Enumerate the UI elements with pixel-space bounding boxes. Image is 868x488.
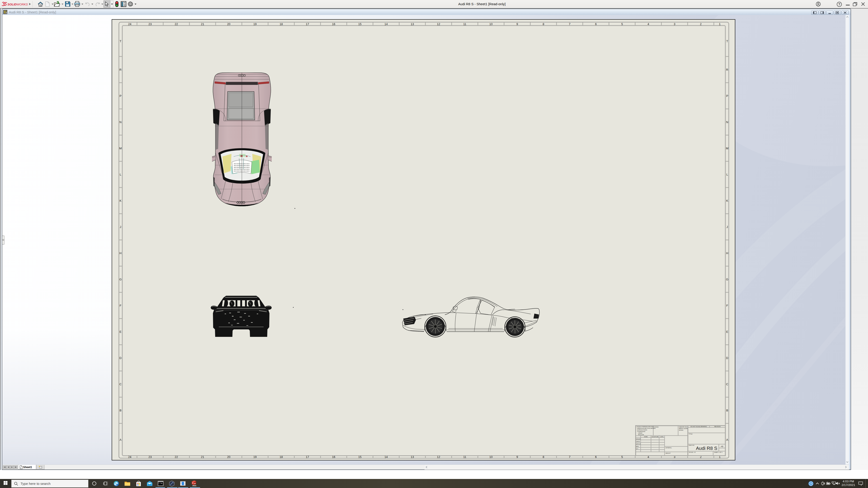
svg-text:MFG: MFG (636, 446, 639, 447)
svg-text:22: 22 (175, 22, 178, 26)
svg-text:WEIGHT:: WEIGHT: (665, 453, 671, 454)
svg-text:20: 20 (227, 455, 230, 459)
svg-text:5: 5 (621, 455, 623, 459)
svg-text:21: 21 (201, 455, 204, 459)
svg-text:16: 16 (332, 455, 335, 459)
svg-text:D: D (726, 356, 728, 360)
svg-text:P: P (726, 94, 728, 98)
svg-text:DO NOT SCALE DRAWING: DO NOT SCALE DRAWING (690, 426, 707, 427)
svg-text:6: 6 (595, 455, 596, 459)
svg-text:A: A (726, 438, 728, 442)
svg-text:7: 7 (569, 22, 570, 26)
svg-text:12: 12 (437, 22, 440, 26)
svg-text:A: A (120, 438, 122, 442)
svg-text:18: 18 (280, 22, 283, 26)
svg-text:TITLE:: TITLE: (689, 433, 693, 435)
svg-text:C: C (119, 383, 121, 386)
svg-text:APPV'D: APPV'D (636, 443, 640, 445)
svg-text:11: 11 (463, 22, 466, 26)
svg-text:14: 14 (384, 455, 388, 459)
svg-text:24: 24 (128, 455, 131, 459)
svg-text:C: C (726, 383, 728, 386)
svg-text:H: H (726, 252, 728, 255)
svg-text:16: 16 (332, 22, 335, 26)
svg-text:D: D (119, 356, 121, 360)
svg-text:T: T (726, 39, 728, 43)
svg-text:P: P (120, 94, 122, 98)
svg-text:13: 13 (411, 455, 414, 459)
svg-text:J: J (120, 225, 121, 229)
svg-text:23: 23 (149, 22, 152, 26)
svg-text:21: 21 (201, 22, 204, 26)
svg-text:11: 11 (463, 455, 466, 459)
svg-text:2021: 2021 (192, 485, 196, 486)
svg-text:19: 19 (253, 455, 256, 459)
svg-text:R: R (726, 68, 728, 71)
svg-text:ANGULAR:: ANGULAR: (638, 434, 644, 435)
svg-text:22: 22 (175, 455, 178, 459)
svg-text:13: 13 (411, 22, 414, 26)
svg-text:E: E (726, 330, 728, 333)
svg-text:TOLERANCES:: TOLERANCES: (637, 431, 646, 432)
svg-text:6: 6 (595, 22, 596, 26)
svg-text:L: L (120, 173, 121, 176)
svg-text:1: 1 (719, 22, 720, 26)
svg-text:DATE: DATE (660, 436, 663, 437)
svg-text:5: 5 (621, 22, 623, 26)
svg-text:14: 14 (384, 22, 388, 26)
svg-text:UNLESS OTHERWISE SPECIFIED:: UNLESS OTHERWISE SPECIFIED: (637, 426, 654, 427)
svg-text:15: 15 (358, 22, 362, 26)
svg-text:20: 20 (227, 22, 230, 26)
svg-text:SCALE: 1:5: SCALE: 1:5 (689, 452, 695, 453)
svg-text:N: N (726, 121, 728, 124)
svg-text:F: F (726, 304, 728, 307)
svg-text:24: 24 (128, 22, 131, 26)
svg-text:DEBURR AND: DEBURR AND (679, 426, 687, 428)
svg-text:23: 23 (149, 455, 152, 459)
svg-text:SOLIDWORKS: SOLIDWORKS (7, 3, 28, 6)
svg-text:9: 9 (516, 455, 518, 459)
svg-text:K: K (726, 199, 728, 202)
svg-text:17: 17 (306, 455, 309, 459)
svg-text:12: 12 (437, 455, 440, 459)
svg-text:G: G (119, 278, 122, 281)
svg-text:M: M (119, 147, 122, 150)
svg-text:9: 9 (516, 22, 518, 26)
svg-text:DWG NO.: DWG NO. (689, 445, 694, 446)
svg-text:8: 8 (542, 22, 544, 26)
svg-text:G: G (726, 278, 728, 281)
svg-text:SURFACE FINISH:: SURFACE FINISH: (637, 429, 647, 431)
svg-text:LINEAR:: LINEAR: (638, 432, 643, 434)
svg-text:10: 10 (489, 455, 493, 459)
svg-text:7: 7 (569, 455, 570, 459)
svg-text:MATERIAL:: MATERIAL: (665, 447, 672, 449)
svg-text:18: 18 (280, 455, 283, 459)
svg-text:DIMENSIONS ARE IN MILLIMETERS: DIMENSIONS ARE IN MILLIMETERS (637, 428, 656, 429)
svg-text:19: 19 (253, 22, 256, 26)
svg-text:L: L (726, 173, 728, 176)
svg-text:Q.A: Q.A (636, 448, 638, 449)
svg-text:17: 17 (306, 22, 309, 26)
svg-text:F: F (120, 304, 121, 307)
svg-text:8: 8 (542, 455, 544, 459)
svg-text:REVISION: REVISION (714, 426, 721, 427)
svg-text:CHK'D: CHK'D (636, 441, 640, 442)
svg-text:3: 3 (674, 22, 675, 26)
svg-text:SHEET 1 OF 1: SHEET 1 OF 1 (714, 452, 722, 453)
svg-text:SIGNATURE: SIGNATURE (652, 436, 658, 437)
svg-text:J: J (726, 225, 728, 229)
svg-text:2: 2 (700, 22, 702, 26)
svg-text:R: R (119, 68, 121, 71)
svg-text:S: S (192, 482, 193, 484)
svg-text:NAME: NAME (644, 436, 648, 437)
svg-text:K: K (120, 199, 122, 202)
svg-text:M: M (726, 147, 728, 150)
svg-text:?: ? (810, 482, 812, 486)
svg-text:B: B (120, 409, 122, 412)
svg-text:BREAK SHARP: BREAK SHARP (679, 428, 688, 429)
svg-text:DRAWN: DRAWN (636, 438, 641, 440)
svg-text:FINISH:: FINISH: (654, 426, 659, 428)
svg-text:E: E (120, 330, 122, 333)
svg-text:4: 4 (647, 22, 649, 26)
svg-text:EDGES: EDGES (679, 429, 683, 431)
